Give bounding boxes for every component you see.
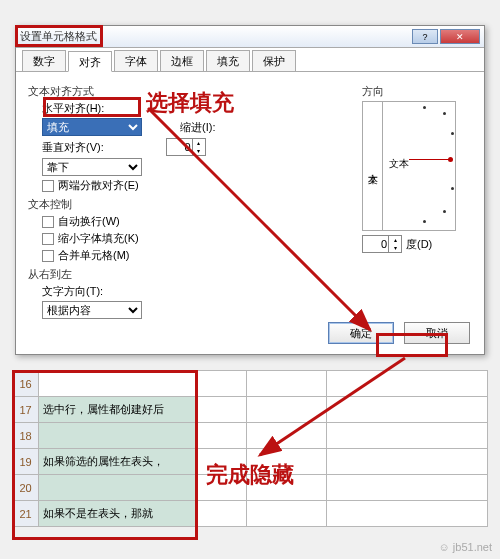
cell[interactable] (39, 475, 197, 501)
orientation-group-label: 方向 (362, 84, 472, 99)
indent-spinner[interactable]: 0 (166, 138, 206, 156)
cell[interactable]: 如果筛选的属性在表头， (39, 449, 197, 475)
tab-fill[interactable]: 填充 (206, 50, 250, 71)
cell[interactable] (327, 475, 488, 501)
text-align-group-label: 文本对齐方式 (28, 84, 362, 99)
tab-border[interactable]: 边框 (160, 50, 204, 71)
row-header[interactable]: 18 (13, 423, 39, 449)
text-control-group-label: 文本控制 (28, 197, 362, 212)
tab-alignment[interactable]: 对齐 (68, 51, 112, 72)
row-header[interactable]: 21 (13, 501, 39, 527)
direction-label: 文字方向(T): (42, 284, 103, 299)
cell[interactable] (247, 475, 327, 501)
h-align-label: 水平对齐(H): (42, 101, 104, 116)
orientation-text: 文本 (389, 157, 409, 171)
cell[interactable] (39, 371, 197, 397)
merge-checkbox[interactable] (42, 250, 54, 262)
table-row: 16 (13, 371, 488, 397)
row-header[interactable]: 20 (13, 475, 39, 501)
shrink-label: 缩小字体填充(K) (58, 231, 139, 246)
cell[interactable] (247, 449, 327, 475)
h-align-select[interactable]: 填充 (42, 118, 142, 136)
rtl-group-label: 从右到左 (28, 267, 362, 282)
cell[interactable] (197, 423, 247, 449)
cell[interactable] (327, 397, 488, 423)
table-row: 18 (13, 423, 488, 449)
cell[interactable] (39, 423, 197, 449)
spreadsheet[interactable]: 16 17选中行，属性都创建好后 18 19如果筛选的属性在表头， 20 21如… (12, 370, 488, 527)
merge-label: 合并单元格(M) (58, 248, 130, 263)
close-button[interactable]: ✕ (440, 29, 480, 44)
cell[interactable]: 选中行，属性都创建好后 (39, 397, 197, 423)
degree-label: 度(D) (406, 237, 432, 252)
cell[interactable] (327, 501, 488, 527)
degree-spinner[interactable]: 0 (362, 235, 402, 253)
ok-button[interactable]: 确定 (328, 322, 394, 344)
cell[interactable] (197, 397, 247, 423)
cell[interactable] (327, 423, 488, 449)
cell[interactable] (327, 371, 488, 397)
row-header[interactable]: 19 (13, 449, 39, 475)
orientation-box[interactable]: 文本 文本 (362, 101, 456, 231)
cell[interactable] (197, 371, 247, 397)
watermark: ☺ jb51.net (439, 541, 492, 553)
row-header[interactable]: 17 (13, 397, 39, 423)
cell[interactable]: 如果不是在表头，那就 (39, 501, 197, 527)
tab-strip: 数字 对齐 字体 边框 填充 保护 (16, 50, 484, 72)
v-align-select[interactable]: 靠下 (42, 158, 142, 176)
tab-font[interactable]: 字体 (114, 50, 158, 71)
cancel-button[interactable]: 取消 (404, 322, 470, 344)
format-cells-dialog: 设置单元格格式 ? ✕ 数字 对齐 字体 边框 填充 保护 文本对齐方式 水平对… (15, 25, 485, 355)
justify-distributed-checkbox[interactable] (42, 180, 54, 192)
cell[interactable] (197, 449, 247, 475)
titlebar[interactable]: 设置单元格格式 ? ✕ (16, 26, 484, 48)
table-row: 20 (13, 475, 488, 501)
cell[interactable] (197, 475, 247, 501)
wrap-checkbox[interactable] (42, 216, 54, 228)
wrap-label: 自动换行(W) (58, 214, 120, 229)
help-button[interactable]: ? (412, 29, 438, 44)
justify-distributed-label: 两端分散对齐(E) (58, 178, 139, 193)
table-row: 21如果不是在表头，那就 (13, 501, 488, 527)
cell[interactable] (197, 501, 247, 527)
orientation-vertical-text: 文本 (363, 102, 383, 230)
indent-label: 缩进(I): (180, 120, 215, 135)
cell[interactable] (247, 423, 327, 449)
table-row: 17选中行，属性都创建好后 (13, 397, 488, 423)
direction-select[interactable]: 根据内容 (42, 301, 142, 319)
row-header[interactable]: 16 (13, 371, 39, 397)
orientation-needle[interactable] (409, 159, 449, 160)
cell[interactable] (247, 501, 327, 527)
tab-protection[interactable]: 保护 (252, 50, 296, 71)
shrink-checkbox[interactable] (42, 233, 54, 245)
cell[interactable] (247, 371, 327, 397)
tab-number[interactable]: 数字 (22, 50, 66, 71)
table-row: 19如果筛选的属性在表头， (13, 449, 488, 475)
cell[interactable] (247, 397, 327, 423)
cell[interactable] (327, 449, 488, 475)
v-align-label: 垂直对齐(V): (42, 140, 104, 155)
dialog-title: 设置单元格格式 (20, 29, 412, 44)
